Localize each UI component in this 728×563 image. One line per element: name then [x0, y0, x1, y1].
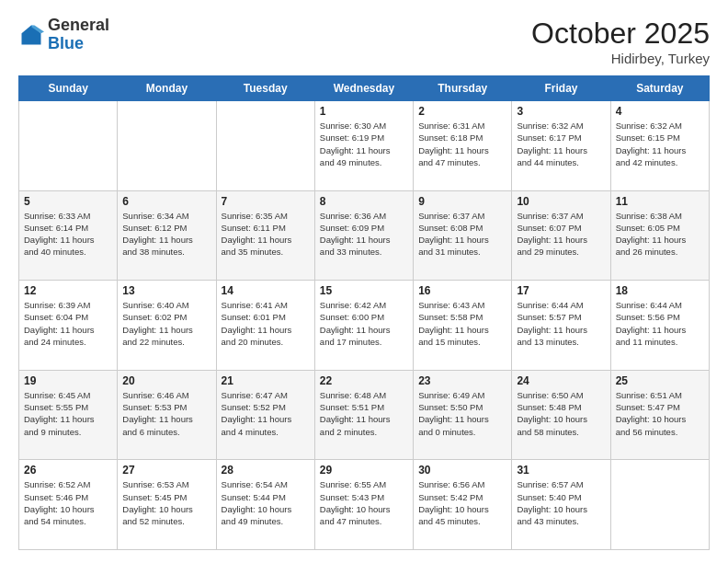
day-number: 26 [24, 464, 112, 477]
day-cell: 20Sunrise: 6:46 AM Sunset: 5:53 PM Dayli… [118, 370, 216, 460]
day-info: Sunrise: 6:31 AM Sunset: 6:18 PM Dayligh… [418, 121, 489, 167]
day-cell: 2Sunrise: 6:31 AM Sunset: 6:18 PM Daylig… [414, 101, 512, 191]
month-title: October 2025 [531, 17, 710, 51]
day-cell: 6Sunrise: 6:34 AM Sunset: 6:12 PM Daylig… [118, 190, 216, 281]
day-number: 21 [222, 374, 310, 387]
calendar-header-row: SundayMondayTuesdayWednesdayThursdayFrid… [19, 76, 710, 101]
day-number: 25 [616, 374, 704, 387]
location: Hidirbey, Turkey [531, 51, 710, 66]
day-header-monday: Monday [118, 76, 216, 101]
day-header-sunday: Sunday [19, 76, 118, 101]
page: General Blue October 2025 Hidirbey, Turk… [0, 0, 728, 563]
day-cell: 14Sunrise: 6:41 AM Sunset: 6:01 PM Dayli… [216, 281, 314, 371]
day-info: Sunrise: 6:37 AM Sunset: 6:07 PM Dayligh… [517, 211, 587, 258]
day-number: 29 [320, 464, 408, 477]
day-cell: 15Sunrise: 6:42 AM Sunset: 6:00 PM Dayli… [314, 281, 413, 371]
day-number: 27 [122, 464, 210, 477]
day-info: Sunrise: 6:34 AM Sunset: 6:12 PM Dayligh… [122, 211, 193, 258]
day-number: 24 [517, 374, 605, 387]
day-number: 31 [517, 464, 605, 477]
day-cell [610, 460, 709, 550]
day-info: Sunrise: 6:48 AM Sunset: 5:51 PM Dayligh… [320, 390, 391, 437]
title-block: October 2025 Hidirbey, Turkey [531, 17, 710, 66]
logo-text: General Blue [48, 17, 109, 53]
day-info: Sunrise: 6:54 AM Sunset: 5:44 PM Dayligh… [222, 479, 292, 526]
day-number: 22 [320, 374, 408, 387]
week-row-3: 19Sunrise: 6:45 AM Sunset: 5:55 PM Dayli… [19, 370, 710, 460]
day-cell: 29Sunrise: 6:55 AM Sunset: 5:43 PM Dayli… [314, 460, 413, 550]
day-cell: 8Sunrise: 6:36 AM Sunset: 6:09 PM Daylig… [314, 190, 413, 281]
day-header-wednesday: Wednesday [314, 76, 413, 101]
day-cell: 16Sunrise: 6:43 AM Sunset: 5:58 PM Dayli… [414, 281, 512, 371]
day-number: 19 [24, 374, 112, 387]
day-cell: 27Sunrise: 6:53 AM Sunset: 5:45 PM Dayli… [118, 460, 216, 550]
day-cell: 3Sunrise: 6:32 AM Sunset: 6:17 PM Daylig… [512, 101, 610, 191]
day-header-friday: Friday [512, 76, 610, 101]
day-cell: 5Sunrise: 6:33 AM Sunset: 6:14 PM Daylig… [19, 190, 118, 281]
day-cell: 9Sunrise: 6:37 AM Sunset: 6:08 PM Daylig… [414, 190, 512, 281]
day-number: 7 [222, 195, 310, 208]
day-info: Sunrise: 6:43 AM Sunset: 5:58 PM Dayligh… [418, 300, 489, 347]
header: General Blue October 2025 Hidirbey, Turk… [18, 17, 710, 66]
week-row-0: 1Sunrise: 6:30 AM Sunset: 6:19 PM Daylig… [19, 101, 710, 191]
day-info: Sunrise: 6:45 AM Sunset: 5:55 PM Dayligh… [24, 390, 95, 437]
day-info: Sunrise: 6:32 AM Sunset: 6:15 PM Dayligh… [616, 121, 687, 167]
day-info: Sunrise: 6:42 AM Sunset: 6:00 PM Dayligh… [320, 300, 391, 347]
day-cell: 31Sunrise: 6:57 AM Sunset: 5:40 PM Dayli… [512, 460, 610, 550]
day-cell: 17Sunrise: 6:44 AM Sunset: 5:57 PM Dayli… [512, 281, 610, 371]
day-cell: 7Sunrise: 6:35 AM Sunset: 6:11 PM Daylig… [216, 190, 314, 281]
day-cell: 26Sunrise: 6:52 AM Sunset: 5:46 PM Dayli… [19, 460, 118, 550]
day-info: Sunrise: 6:55 AM Sunset: 5:43 PM Dayligh… [320, 479, 391, 526]
day-number: 11 [616, 195, 704, 208]
day-cell: 24Sunrise: 6:50 AM Sunset: 5:48 PM Dayli… [512, 370, 610, 460]
day-cell: 1Sunrise: 6:30 AM Sunset: 6:19 PM Daylig… [314, 101, 413, 191]
day-number: 14 [222, 284, 310, 297]
day-number: 3 [517, 105, 605, 118]
day-cell [19, 101, 118, 191]
logo-general: General [48, 16, 109, 34]
day-number: 16 [418, 284, 506, 297]
logo-blue-text: Blue [48, 34, 84, 52]
day-info: Sunrise: 6:30 AM Sunset: 6:19 PM Dayligh… [320, 121, 391, 167]
day-info: Sunrise: 6:35 AM Sunset: 6:11 PM Dayligh… [222, 211, 292, 258]
week-row-1: 5Sunrise: 6:33 AM Sunset: 6:14 PM Daylig… [19, 190, 710, 281]
day-cell: 4Sunrise: 6:32 AM Sunset: 6:15 PM Daylig… [610, 101, 709, 191]
day-number: 2 [418, 105, 506, 118]
day-cell: 18Sunrise: 6:44 AM Sunset: 5:56 PM Dayli… [610, 281, 709, 371]
day-info: Sunrise: 6:33 AM Sunset: 6:14 PM Dayligh… [24, 211, 95, 258]
day-cell: 30Sunrise: 6:56 AM Sunset: 5:42 PM Dayli… [414, 460, 512, 550]
day-cell: 21Sunrise: 6:47 AM Sunset: 5:52 PM Dayli… [216, 370, 314, 460]
day-number: 12 [24, 284, 112, 297]
day-header-saturday: Saturday [610, 76, 709, 101]
day-header-thursday: Thursday [414, 76, 512, 101]
calendar-table: SundayMondayTuesdayWednesdayThursdayFrid… [18, 75, 710, 550]
day-cell: 12Sunrise: 6:39 AM Sunset: 6:04 PM Dayli… [19, 281, 118, 371]
day-info: Sunrise: 6:44 AM Sunset: 5:56 PM Dayligh… [616, 300, 687, 347]
day-info: Sunrise: 6:44 AM Sunset: 5:57 PM Dayligh… [517, 300, 587, 347]
day-info: Sunrise: 6:57 AM Sunset: 5:40 PM Dayligh… [517, 479, 587, 526]
day-number: 28 [222, 464, 310, 477]
day-number: 1 [320, 105, 408, 118]
day-cell: 10Sunrise: 6:37 AM Sunset: 6:07 PM Dayli… [512, 190, 610, 281]
logo-icon [18, 22, 44, 48]
day-info: Sunrise: 6:37 AM Sunset: 6:08 PM Dayligh… [418, 211, 489, 258]
day-info: Sunrise: 6:52 AM Sunset: 5:46 PM Dayligh… [24, 479, 95, 526]
day-cell: 11Sunrise: 6:38 AM Sunset: 6:05 PM Dayli… [610, 190, 709, 281]
day-cell: 25Sunrise: 6:51 AM Sunset: 5:47 PM Dayli… [610, 370, 709, 460]
day-number: 5 [24, 195, 112, 208]
day-header-tuesday: Tuesday [216, 76, 314, 101]
day-info: Sunrise: 6:41 AM Sunset: 6:01 PM Dayligh… [222, 300, 292, 347]
day-number: 15 [320, 284, 408, 297]
day-info: Sunrise: 6:50 AM Sunset: 5:48 PM Dayligh… [517, 390, 587, 437]
day-info: Sunrise: 6:46 AM Sunset: 5:53 PM Dayligh… [122, 390, 193, 437]
day-info: Sunrise: 6:47 AM Sunset: 5:52 PM Dayligh… [222, 390, 292, 437]
week-row-4: 26Sunrise: 6:52 AM Sunset: 5:46 PM Dayli… [19, 460, 710, 550]
day-number: 23 [418, 374, 506, 387]
day-info: Sunrise: 6:56 AM Sunset: 5:42 PM Dayligh… [418, 479, 489, 526]
day-number: 4 [616, 105, 704, 118]
day-number: 6 [122, 195, 210, 208]
day-cell: 22Sunrise: 6:48 AM Sunset: 5:51 PM Dayli… [314, 370, 413, 460]
day-number: 13 [122, 284, 210, 297]
day-info: Sunrise: 6:40 AM Sunset: 6:02 PM Dayligh… [122, 300, 193, 347]
day-cell [216, 101, 314, 191]
